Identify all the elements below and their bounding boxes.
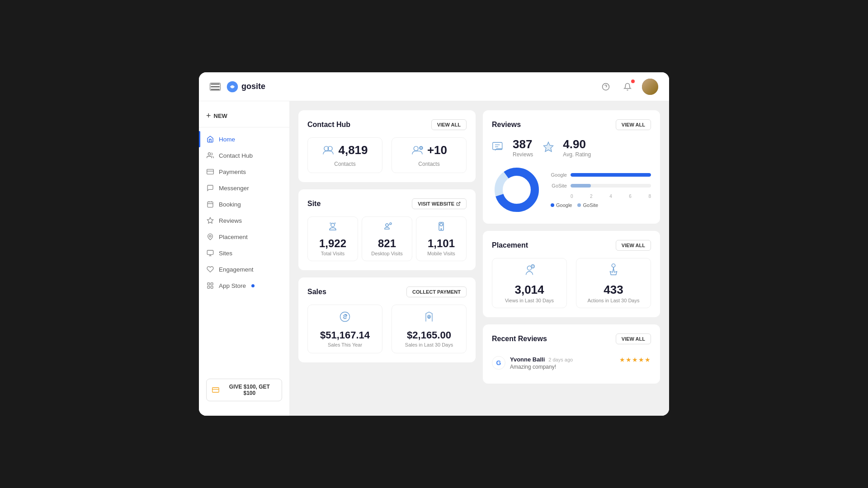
sales-last-30-value: $2,165.00	[407, 329, 451, 341]
contact-hub-card: Contact Hub VIEW ALL 4,819	[298, 110, 476, 182]
notification-button[interactable]	[620, 80, 635, 94]
svg-point-33	[441, 229, 442, 230]
svg-rect-18	[211, 286, 213, 288]
sidebar-item-booking[interactable]: Booking	[199, 196, 289, 212]
review-content: Yvonne Balli 2 days ago Amazing company!	[510, 356, 615, 370]
recent-reviews-header: Recent Reviews VIEW ALL	[492, 333, 651, 344]
reviews-count-label: Reviews	[513, 151, 533, 158]
sidebar-item-engagement[interactable]: Engagement	[199, 261, 289, 277]
mobile-visits-stat: 1,101 Mobile Visits	[416, 216, 467, 261]
svg-point-3	[208, 153, 210, 155]
bar-axis: 02468	[551, 194, 651, 199]
gosite-legend-label: GoSite	[583, 202, 598, 208]
site-header: Site VISIT WEBSITE	[307, 198, 467, 209]
svg-point-29	[386, 224, 388, 226]
placement-views-icon	[523, 263, 536, 279]
main-layout: + NEW Home Contact Hub Payments	[199, 101, 669, 416]
placement-header: Placement VIEW ALL	[492, 240, 651, 251]
contact-hub-title: Contact Hub	[307, 121, 350, 129]
sales-last-30-label: Sales in Last 30 Days	[405, 342, 453, 347]
sales-30-icon	[423, 310, 435, 326]
sidebar-item-home[interactable]: Home	[199, 131, 289, 147]
logo-text: gosite	[241, 82, 265, 91]
reviews-icon	[206, 216, 214, 225]
site-stats: 1,922 Total Visits	[307, 216, 467, 261]
placement-title: Placement	[492, 241, 528, 249]
sales-title: Sales	[307, 288, 326, 296]
reviews-count-stat: 387 Reviews	[492, 137, 533, 158]
reviews-header: Reviews VIEW ALL	[492, 119, 651, 130]
sidebar-item-reviews[interactable]: Reviews	[199, 212, 289, 229]
help-button[interactable]	[599, 80, 613, 94]
recent-reviews-title: Recent Reviews	[492, 335, 547, 343]
sidebar-item-home-label: Home	[219, 136, 235, 143]
svg-point-11	[209, 235, 211, 237]
total-visits-stat: 1,922 Total Visits	[307, 216, 358, 261]
avg-rating-value: 4.90	[563, 137, 591, 151]
give-button[interactable]: GIVE $100, GET $100	[206, 379, 282, 401]
svg-marker-10	[207, 217, 213, 223]
total-contacts-stat: 4,819 Contacts	[307, 137, 382, 173]
avg-rating-label: Avg. Rating	[563, 151, 591, 158]
new-contacts-label: Contacts	[418, 161, 439, 167]
svg-marker-43	[544, 142, 553, 151]
sales-year-icon	[339, 310, 351, 326]
total-contacts-label: Contacts	[334, 161, 355, 167]
reviews-view-all[interactable]: VIEW ALL	[616, 119, 651, 130]
visit-website-btn[interactable]: VISIT WEBSITE	[412, 198, 467, 209]
sidebar-item-booking-label: Booking	[219, 201, 241, 208]
contact-hub-view-all[interactable]: VIEW ALL	[431, 119, 467, 130]
google-legend-label: Google	[556, 202, 572, 208]
hamburger-button[interactable]	[210, 83, 221, 91]
reviews-card: Reviews VIEW ALL	[483, 110, 660, 224]
sidebar-item-contact-hub[interactable]: Contact Hub	[199, 147, 289, 164]
new-button[interactable]: + NEW	[199, 108, 289, 127]
sidebar-item-placement[interactable]: Placement	[199, 229, 289, 245]
sidebar-item-reviews-label: Reviews	[219, 217, 242, 224]
sidebar-item-messenger[interactable]: Messenger	[199, 180, 289, 196]
placement-actions-icon	[607, 263, 620, 279]
svg-rect-16	[211, 283, 213, 285]
sidebar-item-sites-label: Sites	[219, 250, 232, 257]
svg-point-30	[390, 223, 392, 225]
donut-chart	[492, 165, 542, 215]
left-column: Contact Hub VIEW ALL 4,819	[298, 110, 476, 407]
chart-legend: Google GoSite	[551, 202, 651, 208]
sales-stats: $51,167.14 Sales This Year	[307, 305, 467, 353]
review-meta: Yvonne Balli 2 days ago	[510, 356, 615, 363]
new-button-label: NEW	[214, 113, 227, 119]
svg-point-23	[414, 146, 418, 150]
svg-point-28	[331, 223, 335, 227]
placement-stats: 3,014 Views in Last 30 Days	[492, 258, 651, 308]
sidebar-item-contact-hub-label: Contact Hub	[219, 152, 253, 159]
svg-rect-19	[212, 388, 219, 393]
collect-payment-btn[interactable]: COLLECT PAYMENT	[406, 286, 467, 297]
recent-reviews-view-all[interactable]: VIEW ALL	[616, 333, 651, 344]
right-column: Reviews VIEW ALL	[483, 110, 660, 407]
engagement-icon	[206, 265, 214, 273]
mobile-visits-value: 1,101	[428, 237, 455, 250]
placement-views-stat: 3,014 Views in Last 30 Days	[492, 258, 567, 308]
give-button-label: GIVE $100, GET $100	[223, 384, 276, 396]
sidebar-item-sites[interactable]: Sites	[199, 245, 289, 261]
recent-reviews-card: Recent Reviews VIEW ALL G Yvonne Balli 2…	[483, 324, 660, 384]
sales-this-year-value: $51,167.14	[320, 329, 370, 341]
notification-dot	[631, 80, 635, 83]
gosite-bar-label: GoSite	[551, 183, 567, 188]
review-time: 2 days ago	[548, 357, 573, 362]
placement-view-all[interactable]: VIEW ALL	[616, 240, 651, 251]
logo: gosite	[226, 80, 265, 93]
new-contacts-stat: +10 Contacts	[392, 137, 467, 173]
bar-chart: Google GoSite 02468	[551, 172, 651, 208]
site-card: Site VISIT WEBSITE	[298, 189, 476, 270]
user-avatar[interactable]	[642, 79, 658, 95]
sidebar-item-messenger-label: Messenger	[219, 185, 249, 192]
contact-hub-stats: 4,819 Contacts	[307, 137, 467, 173]
sites-icon	[206, 249, 214, 257]
placement-actions-value: 433	[604, 283, 623, 297]
sidebar-item-app-store-label: App Store	[219, 282, 246, 289]
sidebar-item-payments[interactable]: Payments	[199, 164, 289, 180]
sidebar-item-app-store[interactable]: App Store	[199, 277, 289, 294]
sales-header: Sales COLLECT PAYMENT	[307, 286, 467, 297]
reviews-title: Reviews	[492, 121, 521, 129]
